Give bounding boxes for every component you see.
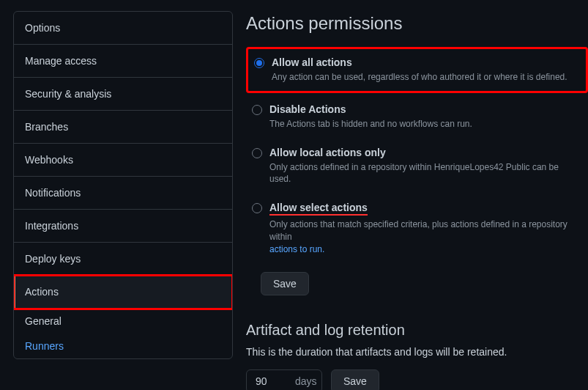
perm-option-select[interactable]: Allow select actions Only actions that m…	[246, 196, 588, 261]
perm-option-local-only[interactable]: Allow local actions only Only actions de…	[246, 141, 588, 192]
settings-sidebar: Options Manage access Security & analysi…	[13, 11, 233, 359]
sidebar-subitem-general[interactable]: General	[14, 309, 232, 334]
perm-option-disable[interactable]: Disable Actions The Actions tab is hidde…	[246, 98, 588, 136]
radio-disable[interactable]	[252, 105, 262, 115]
retention-days-field[interactable]: days	[246, 369, 322, 390]
radio-local-only[interactable]	[252, 148, 262, 158]
perm-label-allow-all: Allow all actions	[272, 56, 578, 68]
retention-days-unit: days	[295, 375, 317, 387]
perm-desc-local-only: Only actions defined in a repository wit…	[269, 161, 581, 186]
perm-label-disable: Disable Actions	[269, 103, 581, 115]
sidebar-item-options[interactable]: Options	[14, 12, 232, 45]
actions-to-run-link[interactable]: actions to run.	[269, 244, 324, 254]
sidebar-subitem-runners[interactable]: Runners	[14, 334, 232, 358]
actions-permissions-title: Actions permissions	[246, 13, 588, 34]
sidebar-item-manage-access[interactable]: Manage access	[14, 45, 232, 78]
retention-days-input[interactable]	[256, 375, 278, 387]
perm-label-local-only: Allow local actions only	[269, 147, 581, 158]
perm-desc-allow-all: Any action can be used, regardless of wh…	[272, 71, 578, 84]
perm-desc-select: Only actions that match specified criter…	[269, 218, 581, 255]
main-content: Actions permissions Allow all actions An…	[233, 0, 588, 390]
save-permissions-button[interactable]: Save	[261, 272, 309, 295]
sidebar-item-actions[interactable]: Actions	[14, 276, 232, 309]
sidebar-item-branches[interactable]: Branches	[14, 111, 232, 144]
perm-desc-disable: The Actions tab is hidden and no workflo…	[269, 118, 581, 130]
sidebar-item-integrations[interactable]: Integrations	[14, 210, 232, 243]
perm-label-select: Allow select actions	[269, 202, 581, 216]
radio-allow-all[interactable]	[254, 58, 264, 68]
artifact-retention-title: Artifact and log retention	[246, 322, 588, 339]
artifact-retention-desc: This is the duration that artifacts and …	[246, 346, 588, 358]
permissions-group: Allow all actions Any action can be used…	[246, 47, 588, 295]
sidebar-item-security-analysis[interactable]: Security & analysis	[14, 78, 232, 111]
sidebar-item-deploy-keys[interactable]: Deploy keys	[14, 243, 232, 276]
radio-select[interactable]	[252, 203, 262, 213]
perm-option-allow-all[interactable]: Allow all actions Any action can be used…	[246, 47, 588, 93]
sidebar-item-notifications[interactable]: Notifications	[14, 177, 232, 210]
sidebar-item-webhooks[interactable]: Webhooks	[14, 144, 232, 177]
save-retention-button[interactable]: Save	[331, 369, 379, 390]
artifact-retention-row: days Save	[246, 369, 588, 390]
